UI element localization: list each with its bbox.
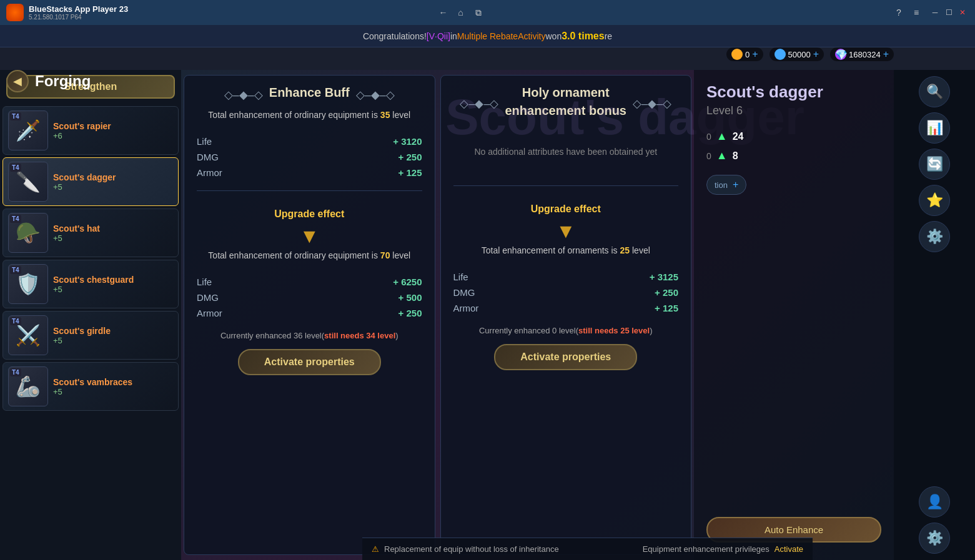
chestguard-icon: 🛡️ xyxy=(16,272,41,296)
menu-icon[interactable]: ≡ xyxy=(910,6,923,19)
bottom-activate-link[interactable]: Activate xyxy=(775,544,803,554)
enhance-dmg-row: DMG + 250 xyxy=(197,152,422,162)
holy-uarmor-value: + 125 xyxy=(655,303,678,313)
forging-stat2-row: 0 ▲ 8 xyxy=(706,149,881,162)
enhance-subtitle: Total enhancement of ordinary equipment … xyxy=(208,110,410,120)
close-button[interactable]: ✕ xyxy=(956,6,969,19)
back-nav-icon[interactable]: ← xyxy=(437,6,450,19)
hat-info: Scout's hat +5 xyxy=(53,224,173,243)
gem-item: 💎 1680324 + xyxy=(830,47,894,61)
coin1-add-button[interactable]: + xyxy=(752,49,758,60)
enhance-udmg-value: + 500 xyxy=(398,292,422,303)
equipment-item-vambraces[interactable]: T4 🦾 Scout's vambraces +5 xyxy=(2,362,179,411)
right-icon-star[interactable]: ⭐ xyxy=(919,185,950,216)
vambraces-icon-wrapper: T4 🦾 xyxy=(8,366,48,406)
vambraces-level: +5 xyxy=(53,387,173,396)
coin1-item: 0 + xyxy=(726,47,763,61)
warning-icon: ⚠ xyxy=(372,544,379,554)
rapier-name: Scout's rapier xyxy=(53,121,173,131)
app-version: 5.21.580.1017 P64 xyxy=(29,14,437,21)
enhance-dmg-value: + 250 xyxy=(398,152,422,162)
enhance-ulife-value: + 6250 xyxy=(393,277,422,287)
bottom-privilege-text: Equipment enhancement privileges xyxy=(643,544,770,554)
enhance-udmg-row: DMG + 500 xyxy=(197,292,422,303)
enhance-armor-value: + 125 xyxy=(398,167,422,178)
right-icon-config[interactable]: ⚙️ xyxy=(919,523,950,554)
page-title: Forging xyxy=(35,72,91,90)
right-icon-user[interactable]: 👤 xyxy=(919,486,950,518)
holy-ulife-value: + 3125 xyxy=(650,272,678,282)
dagger-tier: T4 xyxy=(10,164,21,172)
holy-activate-button[interactable]: Activate properties xyxy=(494,344,637,370)
forging-stat1-row: 0 ▲ 24 xyxy=(706,130,881,143)
holy-deco-left: ◇–◆–◇ xyxy=(460,97,498,111)
coin2-add-button[interactable]: + xyxy=(813,49,819,60)
holy-title-wrapper: Holy ornament enhancement bonus xyxy=(505,86,626,122)
holy-udmg-label: DMG xyxy=(453,287,475,298)
holy-ulife-label: Life xyxy=(453,272,468,282)
holy-udmg-row: DMG + 250 xyxy=(453,287,679,298)
minimize-button[interactable]: ─ xyxy=(929,6,941,19)
enhance-upgrade-stats: Life + 6250 DMG + 500 Armor + 250 xyxy=(197,277,422,323)
holy-title-line: ◇–◆–◇ Holy ornament enhancement bonus ◇–… xyxy=(453,86,679,122)
enhance-title-line: ◇–◆–◇ Enhance Buff ◇–◆–◇ xyxy=(197,86,422,104)
holy-no-attributes: No additional attributes have been obtai… xyxy=(474,147,657,157)
holy-ulife-row: Life + 3125 xyxy=(453,272,679,282)
vambraces-name: Scout's vambraces xyxy=(53,377,173,387)
rapier-icon-wrapper: T4 🗡️ xyxy=(8,111,48,150)
bottom-warning: ⚠ Replacement of equip without loss of i… xyxy=(372,544,559,554)
currency-bar: 0 + 50000 + 💎 1680324 + xyxy=(726,47,894,61)
equipment-item-chestguard[interactable]: T4 🛡️ Scout's chestguard +5 xyxy=(2,260,179,308)
dagger-name: Scout's dagger xyxy=(53,172,173,182)
announcement-suffix: re xyxy=(605,31,612,41)
help-icon[interactable]: ? xyxy=(893,6,905,19)
page-header: ◀ Forging xyxy=(6,70,91,92)
bottom-privilege: Equipment enhancement privileges Activat… xyxy=(643,544,803,554)
forging-stat1-value: 24 xyxy=(733,131,744,142)
equipment-item-dagger[interactable]: T4 🔪 Scout's dagger +5 xyxy=(2,157,179,206)
tab-nav-icon[interactable]: ⧉ xyxy=(472,6,485,19)
holy-separator xyxy=(453,185,679,186)
enhance-activate-button[interactable]: Activate properties xyxy=(238,349,381,375)
enhance-upgrade-section: Upgrade effect ▼ Total enhancement of or… xyxy=(197,209,422,270)
right-icon-settings[interactable]: ⚙️ xyxy=(919,221,950,252)
vambraces-icon: 🦾 xyxy=(16,375,41,398)
forging-equip-level: Level 6 xyxy=(706,104,881,117)
enhance-udmg-label: DMG xyxy=(197,292,219,303)
enhance-upgrade-desc: Total enhancement of ordinary equipment … xyxy=(197,250,422,260)
hat-icon-wrapper: T4 🪖 xyxy=(8,213,48,253)
enhance-buff-panel: ◇–◆–◇ Enhance Buff ◇–◆–◇ Total enhanceme… xyxy=(184,75,435,555)
announcement-middle: in xyxy=(450,31,457,41)
maximize-button[interactable]: ☐ xyxy=(943,6,955,19)
window-controls: ─ ☐ ✕ xyxy=(929,6,969,19)
holy-uarmor-row: Armor + 125 xyxy=(453,303,679,313)
right-icon-chart[interactable]: 📊 xyxy=(919,112,950,144)
enhance-ulife-label: Life xyxy=(197,277,212,287)
gem-value: 1680324 xyxy=(849,50,881,59)
vambraces-info: Scout's vambraces +5 xyxy=(53,377,173,396)
back-button[interactable]: ◀ xyxy=(6,70,29,92)
coin2-value: 50000 xyxy=(788,50,811,59)
bottom-warning-text: Replacement of equip without loss of inh… xyxy=(384,544,559,554)
enhance-armor-row: Armor + 125 xyxy=(197,167,422,178)
holy-deco-right: ◇–◆–◇ xyxy=(633,97,671,111)
holy-upgrade-desc: Total enhancement of ornaments is 25 lev… xyxy=(453,245,679,255)
holy-current-status: Currently enhanced 0 level(still needs 2… xyxy=(479,326,653,335)
right-icon-search[interactable]: 🔍 xyxy=(919,76,950,107)
girdle-tier: T4 xyxy=(10,317,21,325)
enhance-upgrade-label: Upgrade effect xyxy=(197,209,422,220)
equipment-item-girdle[interactable]: T4 ⚔️ Scout's girdle +5 xyxy=(2,311,179,360)
enhance-life-label: Life xyxy=(197,136,212,147)
holy-ornament-panel: ◇–◆–◇ Holy ornament enhancement bonus ◇–… xyxy=(440,75,692,555)
enhance-upgrade-arrow: ▼ xyxy=(197,225,422,248)
home-nav-icon[interactable]: ⌂ xyxy=(455,6,467,19)
title-bar: BlueStacks App Player 23 5.21.580.1017 P… xyxy=(0,0,975,25)
gem-add-button[interactable]: + xyxy=(883,49,889,60)
equipment-item-hat[interactable]: T4 🪖 Scout's hat +5 xyxy=(2,209,179,257)
add-slot-button[interactable]: tion + xyxy=(706,175,746,195)
hat-tier: T4 xyxy=(10,215,21,223)
holy-title2: enhancement bonus xyxy=(505,104,626,118)
equipment-item-rapier[interactable]: T4 🗡️ Scout's rapier +6 xyxy=(2,106,179,155)
right-icon-refresh[interactable]: 🔄 xyxy=(919,149,950,180)
girdle-level: +5 xyxy=(53,336,173,345)
